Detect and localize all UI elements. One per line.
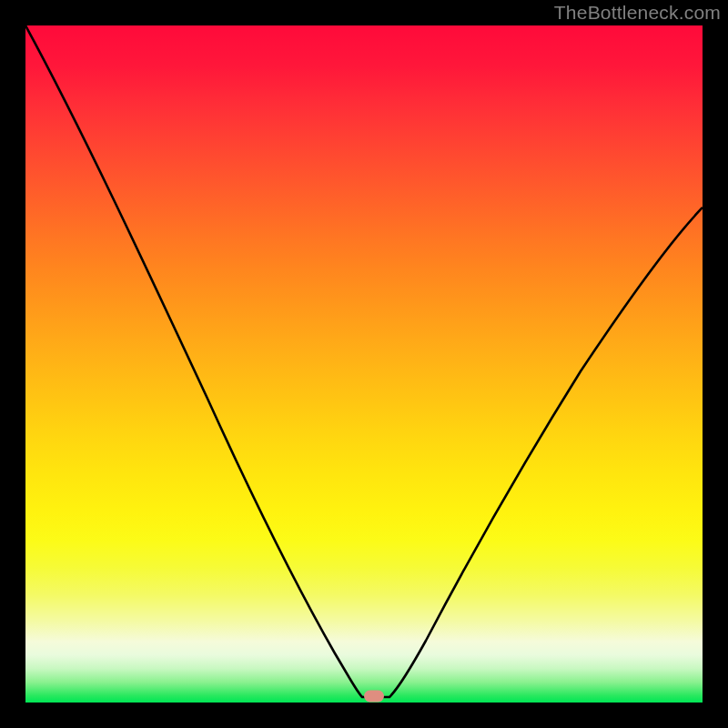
bottleneck-curve (25, 25, 703, 697)
watermark-text: TheBottleneck.com (554, 2, 721, 24)
balance-marker (364, 690, 384, 702)
plot-area (25, 25, 703, 703)
chart-frame: TheBottleneck.com (0, 0, 728, 728)
curve-layer (25, 25, 703, 703)
